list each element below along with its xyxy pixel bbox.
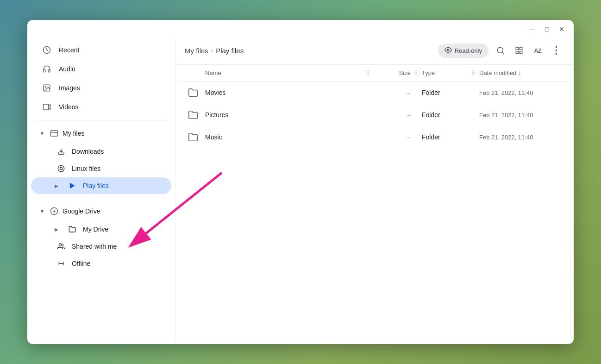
my-drive-icon <box>68 225 76 233</box>
sidebar-item-offline[interactable]: Offline <box>31 255 171 272</box>
sidebar-item-linux-files[interactable]: Linux files <box>31 160 171 177</box>
sort-button[interactable]: AZ <box>529 42 546 59</box>
sidebar-item-play-files[interactable]: ▶ Play files <box>31 177 171 194</box>
my-drive-label: My Drive <box>83 226 108 233</box>
svg-point-15 <box>497 47 503 53</box>
my-files-icon <box>50 129 59 138</box>
file-type: Folder <box>422 133 468 141</box>
file-manager-window: — □ ✕ Recent Audio <box>27 20 574 344</box>
google-drive-chevron-icon: ▼ <box>38 207 46 215</box>
svg-rect-20 <box>520 51 522 54</box>
google-drive-icon <box>50 207 59 216</box>
folder-icon <box>187 108 200 121</box>
file-type: Folder <box>422 89 468 96</box>
sidebar-item-shared-with-me[interactable]: Shared with me <box>31 238 171 255</box>
file-name: Movies <box>205 89 337 96</box>
sidebar: Recent Audio Images Videos <box>27 37 175 344</box>
table-row[interactable]: Music – Folder Feb 21, 2022, 11:40 <box>179 126 570 148</box>
sidebar-item-videos[interactable]: Videos <box>31 98 171 116</box>
col-date-header: Date modified ↓ <box>479 69 563 76</box>
file-date: Feb 21, 2022, 11:40 <box>479 134 563 141</box>
recent-icon <box>42 45 51 55</box>
breadcrumb-play-files: Play files <box>216 47 244 55</box>
col-type-drag-handle: ⠿ <box>468 70 479 76</box>
file-size: – <box>374 89 411 96</box>
play-files-label: Play files <box>83 182 109 189</box>
linux-files-icon <box>57 164 65 173</box>
my-files-header[interactable]: ▼ My files <box>31 124 171 143</box>
svg-rect-18 <box>520 47 522 50</box>
offline-icon <box>57 259 65 268</box>
titlebar: — □ ✕ <box>27 20 574 37</box>
sidebar-divider <box>35 120 168 120</box>
col-size-drag-handle: ⠿ <box>411 70 422 76</box>
videos-label: Videos <box>59 103 79 111</box>
maximize-button[interactable]: □ <box>542 25 551 34</box>
sidebar-item-images[interactable]: Images <box>31 79 171 97</box>
svg-rect-17 <box>516 47 518 50</box>
main-content: My files › Play files Read-only <box>175 37 574 344</box>
offline-label: Offline <box>72 260 90 267</box>
downloads-label: Downloads <box>72 148 104 155</box>
sidebar-item-recent[interactable]: Recent <box>31 41 171 59</box>
sidebar-divider-2 <box>35 198 168 198</box>
sort-descending-icon: ↓ <box>518 69 521 76</box>
audio-label: Audio <box>59 65 75 73</box>
svg-rect-3 <box>44 104 49 110</box>
breadcrumb: My files › Play files <box>185 47 434 55</box>
sidebar-item-audio[interactable]: Audio <box>31 60 171 78</box>
file-size: – <box>374 111 411 119</box>
my-drive-chevron-icon: ▶ <box>53 226 60 232</box>
folder-icon <box>187 86 200 99</box>
breadcrumb-my-files[interactable]: My files <box>185 47 208 55</box>
svg-point-14 <box>447 49 449 51</box>
close-button[interactable]: ✕ <box>557 25 566 34</box>
toolbar: My files › Play files Read-only <box>175 37 574 65</box>
linux-files-label: Linux files <box>72 165 100 172</box>
read-only-badge[interactable]: Read-only <box>438 44 488 58</box>
eye-icon <box>444 46 452 55</box>
table-row[interactable]: Pictures – Folder Feb 21, 2022, 11:40 <box>179 104 570 126</box>
file-type: Folder <box>422 111 468 119</box>
shared-with-me-icon <box>57 242 65 251</box>
file-list: Name ⠿ Size ⠿ Type ⠿ Date modified ↓ <box>175 65 574 344</box>
svg-rect-19 <box>516 51 518 54</box>
col-size-header: Size <box>374 69 411 76</box>
svg-point-7 <box>58 165 64 171</box>
play-files-icon <box>68 182 76 190</box>
more-options-button[interactable]: ⋮ <box>548 42 564 59</box>
read-only-label: Read-only <box>455 47 482 54</box>
file-list-header: Name ⠿ Size ⠿ Type ⠿ Date modified ↓ <box>179 65 570 82</box>
content-area: Recent Audio Images Videos <box>27 37 574 344</box>
play-files-chevron-icon: ▶ <box>53 182 60 189</box>
col-name-header: Name <box>205 69 363 76</box>
file-name: Music <box>205 133 337 141</box>
toolbar-icons: AZ ⋮ <box>492 42 564 59</box>
images-icon <box>42 83 51 93</box>
col-name-drag-handle: ⠿ <box>363 70 374 76</box>
google-drive-header[interactable]: ▼ Google Drive <box>31 202 171 220</box>
recent-label: Recent <box>59 46 79 54</box>
file-rows-container: Movies – Folder Feb 21, 2022, 11:40 Pict… <box>179 82 570 148</box>
sidebar-item-my-drive[interactable]: ▶ My Drive <box>31 221 171 238</box>
sidebar-item-downloads[interactable]: Downloads <box>31 143 171 160</box>
file-size: – <box>374 133 411 141</box>
shared-with-me-label: Shared with me <box>72 243 117 250</box>
images-label: Images <box>59 84 80 92</box>
svg-line-16 <box>502 52 503 53</box>
file-date: Feb 21, 2022, 11:40 <box>479 89 563 96</box>
grid-view-button[interactable] <box>511 42 527 59</box>
table-row[interactable]: Movies – Folder Feb 21, 2022, 11:40 <box>179 82 570 104</box>
file-date: Feb 21, 2022, 11:40 <box>479 112 563 119</box>
search-button[interactable] <box>492 42 509 59</box>
downloads-icon <box>57 147 65 156</box>
minimize-button[interactable]: — <box>527 25 537 34</box>
breadcrumb-separator: › <box>211 47 213 54</box>
svg-point-8 <box>60 167 62 169</box>
audio-icon <box>42 64 51 74</box>
folder-icon <box>187 131 200 144</box>
svg-point-10 <box>59 244 61 246</box>
my-files-label: My files <box>63 130 84 137</box>
svg-point-2 <box>45 86 46 87</box>
google-drive-label: Google Drive <box>63 207 100 215</box>
